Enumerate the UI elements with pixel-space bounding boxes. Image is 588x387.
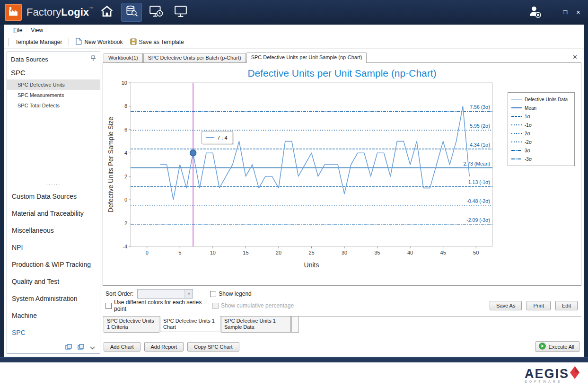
svg-text:1.13 (-1σ): 1.13 (-1σ) — [468, 179, 490, 185]
tree-item-spc-measurements[interactable]: SPC Measurements — [7, 90, 100, 100]
data-analysis-button[interactable] — [121, 3, 142, 22]
category-machine[interactable]: Machine — [7, 307, 100, 324]
print-button[interactable]: Print — [527, 301, 551, 310]
sort-order-label: Sort Order: — [105, 290, 133, 297]
tab-workbook-1[interactable]: Workbook(1) — [104, 53, 143, 62]
bottom-actions: Add Chart Add Report Copy SPC Chart Exec… — [103, 341, 581, 354]
app-title: FactoryLogix™ — [26, 6, 93, 18]
svg-text:-2: -2 — [123, 220, 127, 226]
subtab-sample-data[interactable]: SPC Defective Units 1 Sample Data — [221, 317, 291, 333]
svg-text:10: 10 — [210, 250, 216, 255]
pin-icon[interactable] — [90, 55, 96, 63]
show-legend-checkbox[interactable]: Show legend — [210, 290, 251, 297]
category-system-administration[interactable]: System Administration — [7, 290, 100, 307]
category-miscellaneous[interactable]: Miscellaneous — [7, 222, 100, 239]
maximize-button[interactable]: ❐ — [563, 9, 568, 16]
svg-text:35: 35 — [374, 250, 380, 255]
home-button[interactable] — [97, 3, 117, 22]
checkbox-box[interactable] — [105, 303, 112, 309]
svg-text:5.95 (2σ): 5.95 (2σ) — [470, 123, 490, 129]
aegis-brand-text: AEGIS — [525, 368, 569, 380]
copy-spc-chart-button[interactable]: Copy SPC Chart — [187, 342, 239, 352]
checkbox-box[interactable] — [210, 291, 216, 297]
workstation-button[interactable] — [170, 3, 191, 22]
chart-legend: Defective Units DataMean1σ-1σ2σ-2σ3σ-3σ — [508, 92, 575, 166]
svg-text:Units: Units — [304, 261, 319, 269]
stack-windows-icon[interactable] — [78, 343, 84, 352]
execute-icon — [539, 343, 546, 351]
tree-item-spc-defective-units[interactable]: SPC Defective Units — [7, 79, 100, 90]
factorylogix-logo — [5, 4, 22, 21]
legend-item: 1σ — [511, 112, 571, 121]
category-custom-data-sources[interactable]: Custom Data Sources — [7, 188, 100, 205]
subtab-chart[interactable]: SPC Defective Units 1 Chart — [160, 316, 220, 332]
tab-close-icon[interactable]: ✕ — [572, 53, 578, 61]
menu-view[interactable]: View — [27, 26, 47, 35]
legend-item: Defective Units Data — [511, 95, 571, 104]
category-spc[interactable]: SPC — [7, 324, 100, 341]
data-sources-tree: SPC SPC Defective Units SPC Measurements… — [7, 65, 100, 181]
chart-title: Defective Units per Unit Sample (np-Char… — [103, 63, 581, 79]
legend-item: Mean — [511, 104, 571, 112]
chevron-down-icon[interactable] — [90, 343, 95, 352]
template-manager-button[interactable]: Template Manager — [13, 38, 64, 46]
category-production-wip[interactable]: Production & WIP Tracking — [7, 256, 100, 273]
close-button[interactable]: ✕ — [576, 9, 580, 16]
edit-button[interactable]: Edit — [555, 301, 578, 310]
new-workbook-button[interactable]: New Workbook — [74, 37, 124, 47]
use-colors-checkbox[interactable]: Use different colors for each series poi… — [105, 299, 212, 312]
svg-text:30: 30 — [342, 250, 347, 255]
legend-item: -2σ — [511, 138, 571, 146]
new-workbook-icon — [76, 38, 82, 46]
svg-text:4.34 (1σ): 4.34 (1σ) — [470, 142, 490, 148]
menu-file[interactable]: File — [9, 26, 26, 35]
save-as-template-button[interactable]: Save as Template — [128, 37, 186, 47]
category-material-traceability[interactable]: Material and Traceability — [7, 205, 100, 222]
subtab-stub — [291, 317, 299, 333]
database-search-icon — [125, 5, 138, 20]
save-as-button[interactable]: Save As — [490, 301, 522, 310]
spc-subtabs: SPC Defective Units 1 Criteria SPC Defec… — [103, 316, 581, 333]
category-quality-test[interactable]: Quality and Test — [7, 273, 100, 290]
checkbox-box — [212, 303, 219, 309]
svg-text:Defective Units Per Sample Siz: Defective Units Per Sample Size — [107, 117, 114, 213]
toolbar: Template Manager New Workbook Save as Te… — [4, 36, 584, 49]
svg-text:2: 2 — [124, 174, 127, 179]
legend-item: -1σ — [511, 121, 571, 129]
execute-all-button[interactable]: Execute All — [535, 341, 579, 352]
category-npi[interactable]: NPI — [7, 239, 100, 256]
np-chart[interactable]: -4-20246810051015202530354045507.56 (3σ)… — [103, 79, 508, 272]
user-logout-icon — [528, 11, 541, 19]
sidebar-footer — [7, 341, 100, 353]
svg-text:10: 10 — [122, 80, 127, 86]
workbook-tabs: Workbook(1) SPC Defective Units per Batc… — [103, 52, 581, 62]
factory-icon — [8, 6, 19, 19]
footer: AEGIS SOFTWARE — [0, 362, 588, 387]
footer-band — [0, 357, 588, 362]
user-logout-button[interactable] — [528, 5, 541, 20]
legend-item: 2σ — [511, 129, 571, 138]
svg-text:-2.09 (-3σ): -2.09 (-3σ) — [466, 217, 490, 223]
svg-text:5: 5 — [178, 250, 181, 255]
home-icon — [100, 5, 114, 19]
subtab-criteria[interactable]: SPC Defective Units 1 Criteria — [104, 317, 159, 333]
chart-panel: Defective Units per Unit Sample (np-Char… — [103, 62, 581, 286]
tree-section-spc[interactable]: SPC — [7, 65, 100, 79]
scheduling-button[interactable] — [146, 3, 167, 22]
add-report-button[interactable]: Add Report — [144, 342, 184, 352]
dropdown-arrow-icon: ▼ — [184, 290, 193, 298]
add-chart-button[interactable]: Add Chart — [104, 342, 140, 352]
minimize-button[interactable]: – — [552, 9, 554, 15]
svg-text:45: 45 — [440, 250, 446, 255]
menubar: File View — [4, 25, 584, 36]
monitor-icon — [174, 5, 187, 19]
tab-p-chart[interactable]: SPC Defective Units per Batch (p-Chart) — [143, 53, 246, 62]
pane-splitter[interactable]: ...... — [7, 181, 100, 188]
cascade-windows-icon[interactable] — [65, 343, 72, 352]
toolbar-separator — [8, 38, 9, 46]
tree-item-spc-total-defects[interactable]: SPC Total Defects — [7, 100, 100, 111]
chart-controls: Sort Order: ▼ Show legend Use different … — [103, 286, 581, 313]
tab-np-chart[interactable]: SPC Defective Units per Unit Sample (np-… — [246, 53, 367, 63]
legend-item: -3σ — [511, 155, 571, 163]
data-sources-pane: Data Sources SPC SPC Defective Units SPC… — [7, 52, 100, 354]
